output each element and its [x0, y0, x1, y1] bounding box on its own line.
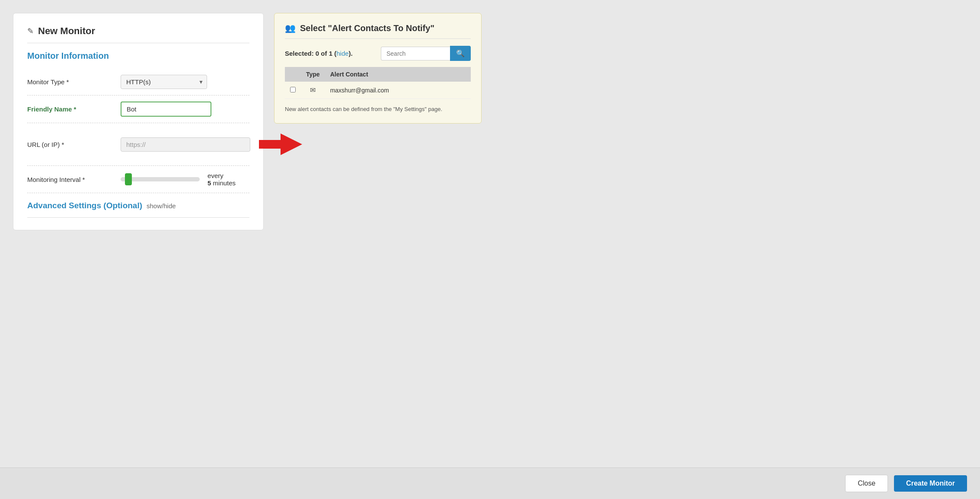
selected-text: Selected: 0 of 1 (hide).	[285, 50, 353, 57]
red-arrow-annotation	[255, 129, 302, 159]
left-panel: ✎ New Monitor Monitor Information Monito…	[13, 13, 264, 230]
row-checkbox-cell	[285, 82, 301, 99]
monitor-type-label: Monitor Type *	[27, 78, 114, 86]
svg-marker-0	[259, 133, 302, 155]
monitoring-interval-row: Monitoring Interval * every 5 minutes	[27, 166, 249, 193]
friendly-name-label: Friendly Name *	[27, 105, 114, 113]
url-label: URL (or IP) *	[27, 141, 114, 148]
slider-thumb[interactable]	[125, 173, 132, 185]
section-title: Monitor Information	[27, 51, 249, 61]
monitoring-interval-control: every 5 minutes	[121, 172, 249, 187]
email-icon: ✉	[310, 86, 316, 94]
url-control	[121, 129, 302, 159]
search-button[interactable]: 🔍	[450, 46, 471, 61]
url-row-inner	[121, 129, 302, 159]
edit-icon: ✎	[27, 26, 34, 36]
panel-title-row: ✎ New Monitor	[27, 25, 249, 43]
slider-track	[121, 177, 200, 181]
monitor-type-select-wrapper[interactable]: HTTP(s) Keyword Ping Port Heartbeat ▼	[121, 75, 207, 89]
close-button[interactable]: Close	[845, 475, 888, 492]
interval-value: 5	[207, 179, 211, 187]
checkbox-header-cell	[285, 67, 301, 82]
table-row: ✉ maxshurr@gmail.com	[285, 82, 471, 99]
search-bar: 🔍	[381, 46, 471, 61]
selected-suffix: ).	[349, 50, 353, 57]
contact-checkbox[interactable]	[290, 87, 296, 92]
show-hide-link[interactable]: show/hide	[147, 202, 176, 210]
contacts-table: Type Alert Contact ✉ maxshurr@gmail.com	[285, 67, 471, 99]
interval-slider-container	[121, 173, 200, 185]
advanced-divider	[27, 217, 249, 218]
row-contact-cell: maxshurr@gmail.com	[325, 82, 471, 99]
friendly-name-input[interactable]	[121, 102, 211, 117]
selected-row: Selected: 0 of 1 (hide). 🔍	[285, 46, 471, 61]
monitor-type-row: Monitor Type * HTTP(s) Keyword Ping Port…	[27, 69, 249, 95]
right-panel-title: Select "Alert Contacts To Notify"	[300, 23, 434, 33]
selected-count-text: Selected: 0 of 1 (	[285, 50, 336, 57]
interval-label: every 5 minutes	[207, 172, 249, 187]
footer: Close Create Monitor	[0, 467, 980, 499]
search-input[interactable]	[381, 47, 450, 60]
monitor-type-control: HTTP(s) Keyword Ping Port Heartbeat ▼	[121, 75, 249, 89]
panel-title: New Monitor	[38, 25, 95, 37]
url-row: URL (or IP) *	[27, 123, 249, 166]
advanced-settings-title: Advanced Settings (Optional)	[27, 201, 142, 210]
interval-row: every 5 minutes	[121, 172, 249, 187]
friendly-name-control	[121, 102, 249, 117]
search-icon: 🔍	[456, 49, 465, 57]
contacts-icon: 👥	[285, 23, 296, 33]
row-type-cell: ✉	[301, 82, 325, 99]
alert-contact-header: Alert Contact	[325, 67, 471, 82]
type-header: Type	[301, 67, 325, 82]
url-input[interactable]	[121, 137, 250, 152]
note-text: New alert contacts can be defined from t…	[285, 105, 471, 114]
friendly-name-row: Friendly Name *	[27, 95, 249, 123]
advanced-settings-row: Advanced Settings (Optional) show/hide	[27, 193, 249, 212]
hide-link[interactable]: hide	[336, 50, 348, 57]
right-panel: 👥 Select "Alert Contacts To Notify" Sele…	[274, 13, 482, 124]
monitor-type-select[interactable]: HTTP(s) Keyword Ping Port Heartbeat	[121, 75, 207, 89]
monitoring-interval-label: Monitoring Interval *	[27, 176, 114, 183]
contacts-table-header: Type Alert Contact	[285, 67, 471, 82]
interval-unit: minutes	[213, 179, 236, 187]
create-monitor-button[interactable]: Create Monitor	[894, 475, 967, 492]
right-panel-title-row: 👥 Select "Alert Contacts To Notify"	[285, 23, 471, 39]
